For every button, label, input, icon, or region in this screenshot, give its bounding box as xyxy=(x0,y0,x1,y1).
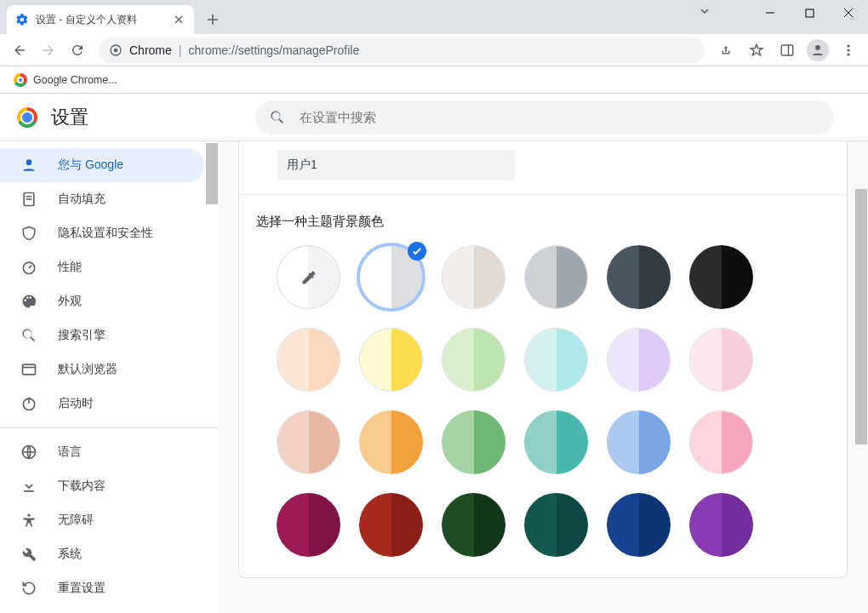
chrome-logo-icon xyxy=(17,107,37,128)
back-button[interactable] xyxy=(5,37,34,63)
tab-title: 设置 - 自定义个人资料 xyxy=(36,13,172,27)
theme-color-swatch[interactable] xyxy=(359,410,423,474)
theme-color-swatch[interactable] xyxy=(442,493,505,557)
window-controls xyxy=(751,0,868,26)
omnibox-prefix: Chrome xyxy=(129,43,172,57)
sidebar-item-a11y[interactable]: 无障碍 xyxy=(0,503,204,537)
svg-rect-3 xyxy=(781,45,793,55)
svg-point-9 xyxy=(26,159,32,165)
side-panel-button[interactable] xyxy=(773,37,802,63)
theme-color-swatch[interactable] xyxy=(689,245,753,309)
theme-color-swatch[interactable] xyxy=(524,410,588,474)
a11y-icon xyxy=(20,512,37,529)
theme-color-swatch[interactable] xyxy=(689,410,753,474)
sidebar-item-label: 外观 xyxy=(58,294,82,309)
wrench-icon xyxy=(20,546,37,563)
sidebar-item-autofill[interactable]: 自动填充 xyxy=(0,182,204,216)
theme-color-swatch[interactable] xyxy=(607,410,671,474)
sidebar-item-download[interactable]: 下载内容 xyxy=(0,469,204,503)
theme-color-swatch[interactable] xyxy=(277,328,340,392)
custom-color-picker[interactable] xyxy=(277,245,340,309)
scrollbar-thumb[interactable] xyxy=(206,143,218,204)
close-icon[interactable] xyxy=(172,13,186,26)
sidebar-item-power[interactable]: 启动时 xyxy=(0,387,204,421)
theme-color-grid xyxy=(239,237,847,577)
svg-point-6 xyxy=(847,44,849,47)
settings-header: 设置 xyxy=(0,94,868,141)
theme-color-swatch[interactable] xyxy=(277,410,340,474)
settings-content: 选择一种主题背景颜色 xyxy=(218,141,868,613)
profile-name-input[interactable] xyxy=(277,150,515,180)
bookmark-item[interactable]: Google Chrome... xyxy=(9,70,123,90)
address-bar[interactable]: Chrome | chrome://settings/manageProfile xyxy=(99,37,705,63)
reset-icon xyxy=(20,580,37,597)
browser-icon xyxy=(20,361,37,378)
sidebar-item-shield[interactable]: 隐私设置和安全性 xyxy=(0,216,204,250)
globe-icon xyxy=(20,444,37,461)
scrollbar-thumb[interactable] xyxy=(855,189,867,444)
bookmark-star-button[interactable] xyxy=(742,37,771,63)
profile-avatar-button[interactable] xyxy=(803,37,832,63)
sidebar-item-label: 隐私设置和安全性 xyxy=(58,226,153,241)
sidebar-item-reset[interactable]: 重置设置 xyxy=(0,571,204,605)
share-button[interactable] xyxy=(711,37,740,63)
theme-color-swatch[interactable] xyxy=(359,493,423,557)
palette-icon xyxy=(20,293,37,310)
person-icon xyxy=(20,157,37,174)
sidebar-item-label: 启动时 xyxy=(58,396,94,411)
theme-color-swatch[interactable] xyxy=(689,493,753,557)
chrome-icon xyxy=(109,43,123,57)
theme-color-swatch[interactable] xyxy=(607,493,671,557)
theme-color-swatch[interactable] xyxy=(277,493,340,557)
svg-rect-14 xyxy=(23,364,36,375)
theme-color-swatch[interactable] xyxy=(524,245,588,309)
sidebar-item-label: 无障碍 xyxy=(58,513,94,528)
sidebar-item-label: 系统 xyxy=(58,547,82,562)
svg-point-7 xyxy=(847,49,849,51)
sidebar-item-search[interactable]: 搜索引擎 xyxy=(0,318,204,352)
power-icon xyxy=(20,395,37,412)
maximize-button[interactable] xyxy=(790,0,829,26)
sidebar-item-label: 默认浏览器 xyxy=(58,362,117,377)
tab-search-button[interactable] xyxy=(699,5,711,17)
theme-color-swatch[interactable] xyxy=(442,410,505,474)
reload-button[interactable] xyxy=(63,37,92,63)
sidebar-item-perf[interactable]: 性能 xyxy=(0,250,204,284)
page-title: 设置 xyxy=(51,105,89,130)
sidebar-item-browser[interactable]: 默认浏览器 xyxy=(0,352,204,387)
svg-point-2 xyxy=(114,48,118,52)
omnibox-url: chrome://settings/manageProfile xyxy=(188,43,359,57)
sidebar-item-label: 搜索引擎 xyxy=(58,328,106,343)
theme-color-swatch[interactable] xyxy=(442,328,505,392)
sidebar-item-person[interactable]: 您与 Google xyxy=(0,148,204,182)
sidebar-item-wrench[interactable]: 系统 xyxy=(0,537,204,571)
theme-color-swatch[interactable] xyxy=(524,493,588,557)
check-icon xyxy=(408,242,426,261)
sidebar-item-palette[interactable]: 外观 xyxy=(0,284,204,318)
sidebar-item-globe[interactable]: 语言 xyxy=(0,435,204,469)
settings-search-input[interactable] xyxy=(300,110,820,124)
forward-button[interactable] xyxy=(34,37,63,63)
chrome-logo-icon xyxy=(14,73,27,87)
theme-color-swatch[interactable] xyxy=(442,245,505,309)
svg-point-5 xyxy=(815,45,820,50)
theme-color-swatch[interactable] xyxy=(524,328,588,392)
theme-section-title: 选择一种主题背景颜色 xyxy=(239,198,847,237)
theme-color-swatch[interactable] xyxy=(607,245,671,309)
theme-color-swatch[interactable] xyxy=(359,328,423,392)
browser-toolbar: Chrome | chrome://settings/manageProfile xyxy=(0,34,868,66)
svg-rect-0 xyxy=(806,9,814,17)
menu-button[interactable] xyxy=(834,37,863,63)
theme-color-swatch[interactable] xyxy=(689,328,753,392)
settings-search[interactable] xyxy=(255,100,834,135)
sidebar-item-label: 您与 Google xyxy=(58,158,123,173)
shield-icon xyxy=(20,225,37,242)
theme-color-swatch[interactable] xyxy=(607,328,671,392)
browser-titlebar: 设置 - 自定义个人资料 xyxy=(0,0,868,34)
sidebar-item-label: 语言 xyxy=(58,444,82,460)
close-window-button[interactable] xyxy=(829,0,868,26)
svg-point-19 xyxy=(27,514,30,517)
minimize-button[interactable] xyxy=(751,0,790,26)
browser-tab[interactable]: 设置 - 自定义个人资料 xyxy=(7,5,194,34)
new-tab-button[interactable] xyxy=(201,8,225,32)
